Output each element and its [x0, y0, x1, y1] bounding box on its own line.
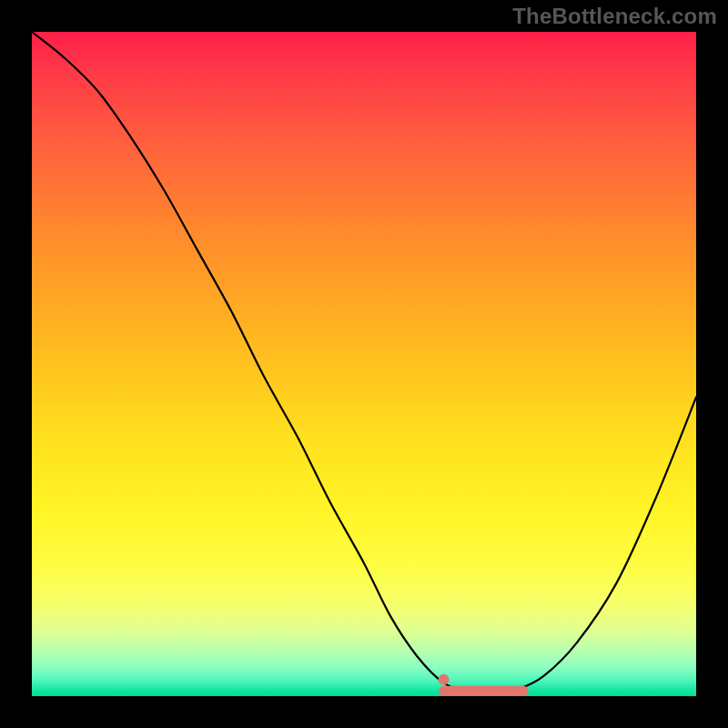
optimal-range-highlight — [439, 674, 524, 691]
chart-svg — [32, 32, 696, 696]
chart-frame: TheBottleneck.com — [0, 0, 728, 728]
highlight-dot-icon — [439, 674, 450, 685]
bottleneck-curve-line — [32, 32, 696, 693]
watermark-text: TheBottleneck.com — [512, 4, 717, 29]
plot-area — [32, 32, 696, 696]
